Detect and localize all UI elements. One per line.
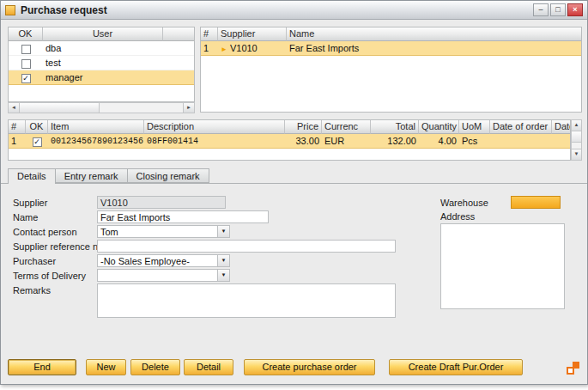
contact-person-dropdown[interactable]: Tom ▼: [97, 225, 230, 238]
scroll-left-icon[interactable]: ◄: [9, 103, 20, 113]
item-description-cell[interactable]: 08FF001414: [144, 134, 285, 149]
items-header-uom[interactable]: UoM: [459, 120, 490, 134]
item-currency-cell[interactable]: EUR: [322, 134, 371, 149]
detail-button[interactable]: Detail: [184, 359, 233, 375]
item-date-of-order-cell[interactable]: [490, 134, 552, 149]
suppliers-panel: # Supplier Name 1 ►V1010 Far East Import…: [200, 27, 582, 113]
close-button[interactable]: ×: [567, 3, 583, 16]
supplier-name-cell: Far East Imports: [287, 41, 581, 56]
window-title: Purchase request: [21, 4, 533, 16]
items-header-quantity[interactable]: Quantity: [419, 120, 459, 134]
chevron-down-icon[interactable]: ▼: [217, 226, 229, 237]
items-header-item[interactable]: Item: [48, 120, 144, 134]
users-horizontal-scrollbar[interactable]: ◄ ►: [8, 102, 195, 113]
scroll-up-icon[interactable]: ▲: [572, 120, 581, 131]
chevron-down-icon[interactable]: ▼: [217, 270, 229, 281]
item-quantity-cell[interactable]: 4.00: [419, 134, 459, 149]
item-total-cell: 132.00: [371, 134, 419, 149]
link-arrow-icon[interactable]: ►: [221, 46, 227, 53]
item-date-c-cell[interactable]: [552, 134, 570, 149]
users-header-ok[interactable]: OK: [9, 27, 43, 41]
create-purchase-order-button[interactable]: Create purchase order: [244, 359, 375, 375]
users-header-user[interactable]: User: [43, 27, 163, 41]
users-panel: OK User dba test ✓ manager: [8, 27, 195, 102]
items-header-description[interactable]: Description: [144, 120, 285, 134]
maximize-button[interactable]: □: [550, 3, 566, 16]
scroll-down-icon[interactable]: ▼: [572, 149, 581, 160]
name-label: Name: [13, 212, 38, 222]
item-ok-checkbox[interactable]: ✓: [33, 137, 42, 147]
supplier-field: V1010: [97, 196, 226, 209]
details-pane: Supplier V1010 Name Far East Imports Con…: [1, 183, 587, 353]
chevron-down-icon[interactable]: ▼: [217, 255, 229, 266]
user-row-manager[interactable]: ✓ manager: [9, 70, 194, 85]
user-name-cell: test: [43, 56, 163, 70]
purchaser-label: Purchaser: [13, 256, 56, 266]
tab-entry-remark[interactable]: Entry remark: [56, 168, 128, 183]
supplier-code-cell[interactable]: ►V1010: [218, 41, 287, 56]
items-panel: # OK Item Description Price Currenc Tota…: [8, 119, 571, 161]
contact-person-value: Tom: [100, 227, 118, 237]
items-vertical-scrollbar[interactable]: ▲ ▼: [571, 119, 582, 161]
address-box[interactable]: [440, 223, 565, 309]
suppliers-header-num[interactable]: #: [201, 27, 218, 41]
vscroll-thumb[interactable]: [572, 131, 581, 143]
remarks-label: Remarks: [13, 285, 51, 296]
supplier-reference-label: Supplier reference nu: [13, 241, 103, 252]
supplier-code: V1010: [230, 43, 258, 53]
remarks-textarea[interactable]: [97, 283, 396, 318]
user-row-test[interactable]: test: [9, 56, 194, 70]
supplier-label: Supplier: [13, 198, 47, 208]
user-name-cell: dba: [43, 41, 163, 56]
scroll-right-icon[interactable]: ►: [183, 103, 194, 113]
user-ok-checkbox[interactable]: [21, 45, 31, 54]
titlebar[interactable]: Purchase request – □ ×: [1, 1, 587, 20]
items-header-price[interactable]: Price: [285, 120, 322, 134]
name-field[interactable]: Far East Imports: [97, 210, 269, 223]
terms-of-delivery-label: Terms of Delivery: [13, 271, 86, 281]
warehouse-field[interactable]: [511, 196, 561, 209]
contact-person-label: Contact person: [13, 227, 77, 237]
supplier-num-cell: 1: [201, 41, 218, 56]
tab-details[interactable]: Details: [8, 168, 56, 184]
item-code-cell[interactable]: 001234567890123456: [48, 134, 144, 149]
item-price-cell[interactable]: 33.00: [285, 134, 322, 149]
purchaser-dropdown[interactable]: -No Sales Employee- ▼: [97, 254, 230, 267]
end-button[interactable]: End: [8, 359, 76, 375]
delete-button[interactable]: Delete: [130, 359, 180, 375]
tab-closing-remark[interactable]: Closing remark: [128, 168, 209, 183]
terms-of-delivery-dropdown[interactable]: ▼: [97, 269, 230, 282]
address-label: Address: [440, 211, 475, 222]
create-draft-pur-order-button[interactable]: Create Draft Pur.Order: [389, 359, 523, 375]
purchaser-value: -No Sales Employee-: [100, 256, 190, 266]
hscroll-thumb[interactable]: [20, 103, 100, 113]
suppliers-header-supplier[interactable]: Supplier: [218, 27, 287, 41]
items-header-date-c[interactable]: Date c: [552, 120, 570, 134]
vscroll-track[interactable]: [572, 143, 581, 149]
supplier-reference-field[interactable]: [97, 240, 396, 253]
warehouse-label: Warehouse: [440, 198, 488, 208]
item-num-cell: 1: [9, 134, 26, 149]
purchase-request-window: Purchase request – □ × OK User dba test …: [0, 0, 588, 385]
supplier-row[interactable]: 1 ►V1010 Far East Imports: [201, 41, 581, 56]
suppliers-header-name[interactable]: Name: [287, 27, 581, 41]
items-header-ok[interactable]: OK: [26, 120, 48, 134]
hscroll-track[interactable]: [100, 103, 183, 113]
items-header-total[interactable]: Total: [371, 120, 419, 134]
items-header-date-of-order[interactable]: Date of order: [490, 120, 552, 134]
form-settings-icon[interactable]: [567, 362, 579, 375]
window-icon: [5, 5, 15, 15]
user-row-dba[interactable]: dba: [9, 41, 194, 56]
user-name-cell: manager: [43, 70, 163, 85]
item-uom-cell[interactable]: Pcs: [459, 134, 490, 149]
new-button[interactable]: New: [86, 359, 126, 375]
item-row[interactable]: 1 ✓ 001234567890123456 08FF001414 33.00 …: [9, 134, 570, 149]
tab-bar: Details Entry remark Closing remark: [8, 168, 209, 184]
items-header-num[interactable]: #: [9, 120, 26, 134]
users-header-spacer: [163, 27, 194, 41]
user-ok-checkbox[interactable]: ✓: [21, 74, 31, 83]
items-header-currency[interactable]: Currenc: [322, 120, 371, 134]
minimize-button[interactable]: –: [533, 3, 549, 16]
user-ok-checkbox[interactable]: [21, 59, 31, 69]
